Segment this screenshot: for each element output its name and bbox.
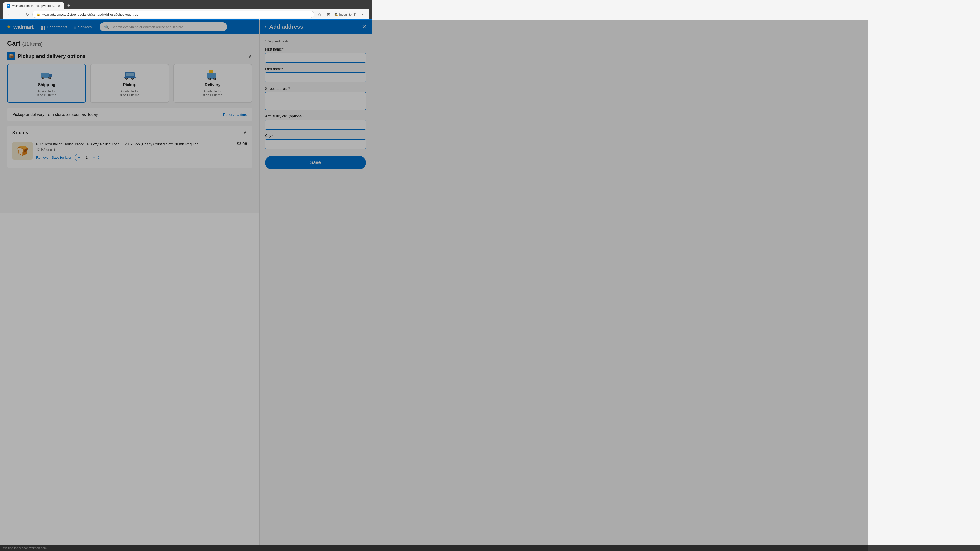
svg-rect-14 [124, 77, 136, 78]
svg-point-20 [214, 78, 215, 79]
pickup-subtitle: Available for 8 of 11 Items [120, 89, 139, 97]
shipping-title: Shipping [38, 83, 55, 87]
remove-button[interactable]: Remove [36, 156, 48, 159]
tab-close-btn[interactable]: ✕ [58, 4, 61, 8]
svg-point-4 [42, 77, 44, 79]
apt-label: Apt, suite, etc. (optional) [265, 114, 366, 118]
add-address-panel: ‹ Add address ✕ *Required fields First n… [259, 19, 372, 550]
items-header: 8 items ∧ [12, 130, 247, 136]
delivery-card[interactable]: Delivery Available for 8 of 11 Items [173, 64, 252, 103]
last-name-label: Last name* [265, 67, 366, 71]
delivery-subtitle: Available for 8 of 11 Items [203, 89, 222, 97]
panel-form: *Required fields First name* Last name* … [259, 34, 372, 550]
status-text: Waiting for beacon.walmart.com... [3, 546, 49, 550]
walmart-logo-text: walmart [13, 24, 34, 30]
svg-rect-16 [208, 70, 213, 73]
toolbar-right: ☆ ⊡ 🕵 Incognito (3) ⋮ [316, 11, 366, 18]
last-name-group: Last name* [265, 67, 366, 83]
first-name-group: First name* [265, 47, 366, 63]
svg-rect-8 [126, 73, 130, 76]
pickup-icon-card [123, 69, 136, 81]
street-address-group: Street address* [265, 86, 366, 110]
bookmark-button[interactable]: ☆ [316, 11, 323, 18]
city-group: City* [265, 134, 366, 149]
incognito-label: Incognito (3) [339, 13, 356, 16]
services-icon: ⊞ [73, 25, 76, 29]
quantity-value: 1 [83, 156, 89, 159]
delivery-title: Delivery [205, 83, 221, 87]
status-bar: Waiting for beacon.walmart.com... [0, 545, 372, 550]
nav-departments[interactable]: Departments [41, 24, 67, 30]
url-text: walmart.com/cart?step=bookslot&ss=addAdd… [42, 13, 310, 16]
apt-group: Apt, suite, etc. (optional) [265, 114, 366, 130]
delivery-options: Shipping Available for 3 of 11 Items [7, 64, 252, 103]
shipping-card[interactable]: Shipping Available for 3 of 11 Items [7, 64, 86, 103]
item-price: $3.98 [237, 142, 247, 146]
save-address-button[interactable]: Save [265, 156, 366, 169]
quantity-decrease-btn[interactable]: − [75, 154, 84, 161]
panel-header: ‹ Add address ✕ [259, 19, 372, 34]
apt-input[interactable] [265, 120, 366, 130]
item-details: FG Sliced Italian House Bread, 16.8oz,16… [36, 142, 233, 162]
cart-title: Cart (11 items) [7, 40, 252, 48]
secure-icon: 🔒 [36, 13, 40, 16]
items-count: 8 items [12, 130, 28, 135]
reserve-time-link[interactable]: Reserve a time [223, 113, 247, 117]
cart-item: 🍞 FG Sliced Italian House Bread, 16.8oz,… [12, 139, 247, 164]
pickup-delivery-header: 📦 Pickup and delivery options ∧ [7, 52, 252, 60]
back-button[interactable]: ← [6, 11, 13, 18]
store-section: Pickup or delivery from store, as soon a… [7, 108, 252, 121]
nav-services[interactable]: ⊞ Services [73, 25, 92, 29]
street-address-input[interactable] [265, 92, 366, 110]
walmart-logo[interactable]: ✦ walmart [6, 23, 34, 31]
active-tab[interactable]: W walmart.com/cart?step=books... ✕ [3, 2, 64, 10]
city-input[interactable] [265, 139, 366, 149]
cart-content: Cart (11 items) 📦 Pickup and delivery op… [0, 35, 259, 213]
split-view-button[interactable]: ⊡ [325, 11, 332, 18]
required-note: *Required fields [265, 39, 366, 43]
quantity-control: − 1 + [75, 154, 99, 162]
store-section-header: Pickup or delivery from store, as soon a… [12, 112, 247, 117]
page-layout: ✦ walmart Departments ⊞ Services 🔍 Searc… [0, 19, 372, 550]
shipping-icon [40, 69, 53, 81]
save-for-later-button[interactable]: Save for later [52, 156, 71, 159]
incognito-button[interactable]: 🕵 Incognito (3) [334, 13, 356, 16]
item-actions: Remove Save for later − 1 + [36, 154, 233, 162]
reload-button[interactable]: ↻ [24, 11, 30, 18]
pickup-icon: 📦 [7, 52, 15, 60]
store-section-title: Pickup or delivery from store, as soon a… [12, 112, 98, 117]
items-chevron[interactable]: ∧ [243, 130, 247, 136]
svg-rect-9 [130, 73, 134, 76]
forward-button[interactable]: → [15, 11, 22, 18]
street-address-label: Street address* [265, 86, 366, 91]
city-label: City* [265, 134, 366, 138]
panel-back-button[interactable]: ‹ [265, 24, 266, 30]
panel-title: Add address [269, 24, 359, 30]
quantity-increase-btn[interactable]: + [89, 154, 99, 161]
first-name-label: First name* [265, 47, 366, 51]
delivery-icon-card [206, 69, 219, 81]
address-bar[interactable]: 🔒 walmart.com/cart?step=bookslot&ss=addA… [32, 11, 314, 18]
last-name-input[interactable] [265, 73, 366, 83]
panel-close-button[interactable]: ✕ [362, 24, 366, 30]
pickup-card[interactable]: Pickup Available for 8 of 11 Items [90, 64, 169, 103]
cart-item-count: (11 items) [22, 41, 43, 47]
pickup-title: Pickup [123, 83, 136, 87]
svg-rect-0 [41, 73, 49, 78]
menu-button[interactable]: ⋮ [359, 11, 366, 18]
item-unit: 12.1¢/per unit [36, 148, 233, 151]
header-nav: Departments ⊞ Services [41, 24, 92, 30]
browser-chrome: W walmart.com/cart?step=books... ✕ + ← →… [0, 0, 372, 19]
pickup-delivery-chevron[interactable]: ∧ [248, 53, 252, 59]
new-tab-button[interactable]: + [65, 2, 72, 10]
header-search[interactable]: 🔍 Search everything at Walmart online an… [100, 22, 227, 32]
item-name: FG Sliced Italian House Bread, 16.8oz,16… [36, 142, 233, 147]
search-placeholder: Search everything at Walmart online and … [112, 25, 183, 29]
first-name-input[interactable] [265, 53, 366, 63]
pickup-delivery-title: 📦 Pickup and delivery options [7, 52, 86, 60]
walmart-page: ✦ walmart Departments ⊞ Services 🔍 Searc… [0, 19, 259, 550]
item-image: 🍞 [12, 142, 33, 160]
tab-label: walmart.com/cart?step=books... [12, 4, 56, 8]
walmart-header: ✦ walmart Departments ⊞ Services 🔍 Searc… [0, 19, 259, 35]
browser-tabs: W walmart.com/cart?step=books... ✕ + [3, 2, 369, 10]
